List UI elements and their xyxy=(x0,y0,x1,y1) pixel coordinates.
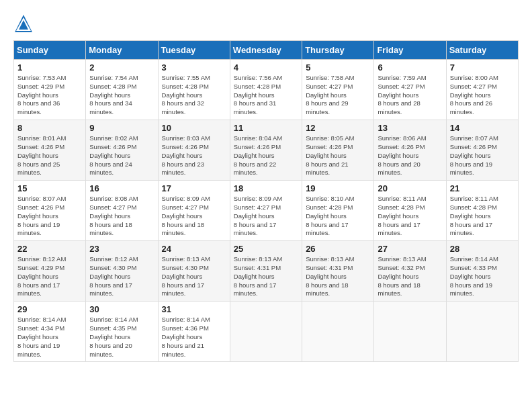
day-content: Sunrise: 8:06 AMSunset: 4:26 PMDaylight … xyxy=(378,134,442,177)
calendar-week-row: 15Sunrise: 8:07 AMSunset: 4:26 PMDayligh… xyxy=(14,181,519,241)
day-content: Sunrise: 8:07 AMSunset: 4:26 PMDaylight … xyxy=(450,134,515,177)
calendar-day-cell: 29Sunrise: 8:14 AMSunset: 4:34 PMDayligh… xyxy=(14,302,86,362)
day-number: 21 xyxy=(450,183,515,193)
calendar-week-row: 22Sunrise: 8:12 AMSunset: 4:29 PMDayligh… xyxy=(14,241,519,302)
calendar-header-cell: Sunday xyxy=(14,41,86,60)
day-number: 23 xyxy=(89,244,154,254)
calendar-day-cell: 16Sunrise: 8:08 AMSunset: 4:27 PMDayligh… xyxy=(86,181,158,241)
calendar-week-row: 1Sunrise: 7:53 AMSunset: 4:29 PMDaylight… xyxy=(14,60,519,120)
calendar-day-cell xyxy=(302,302,374,362)
calendar-day-cell: 18Sunrise: 8:09 AMSunset: 4:27 PMDayligh… xyxy=(230,181,302,241)
calendar-day-cell: 2Sunrise: 7:54 AMSunset: 4:28 PMDaylight… xyxy=(86,60,158,120)
calendar-header-cell: Wednesday xyxy=(230,41,302,60)
day-content: Sunrise: 7:54 AMSunset: 4:28 PMDaylight … xyxy=(89,74,154,117)
calendar-day-cell: 9Sunrise: 8:02 AMSunset: 4:26 PMDaylight… xyxy=(86,120,158,181)
day-number: 13 xyxy=(378,123,442,133)
day-content: Sunrise: 8:14 AMSunset: 4:35 PMDaylight … xyxy=(89,316,154,359)
day-number: 2 xyxy=(89,62,154,73)
day-number: 22 xyxy=(17,244,82,254)
calendar-day-cell: 31Sunrise: 8:14 AMSunset: 4:36 PMDayligh… xyxy=(158,302,230,362)
calendar-day-cell: 24Sunrise: 8:13 AMSunset: 4:30 PMDayligh… xyxy=(158,241,230,302)
calendar-body: 1Sunrise: 7:53 AMSunset: 4:29 PMDaylight… xyxy=(14,60,519,362)
calendar-header-cell: Monday xyxy=(86,41,158,60)
day-number: 25 xyxy=(234,244,298,254)
day-content: Sunrise: 8:03 AMSunset: 4:26 PMDaylight … xyxy=(162,134,226,177)
day-number: 12 xyxy=(306,123,370,133)
day-content: Sunrise: 8:09 AMSunset: 4:27 PMDaylight … xyxy=(162,195,226,238)
day-content: Sunrise: 8:13 AMSunset: 4:30 PMDaylight … xyxy=(162,255,226,298)
calendar-day-cell: 20Sunrise: 8:11 AMSunset: 4:28 PMDayligh… xyxy=(374,181,446,241)
day-number: 5 xyxy=(306,62,370,73)
calendar-day-cell: 5Sunrise: 7:58 AMSunset: 4:27 PMDaylight… xyxy=(302,60,374,120)
calendar-day-cell: 15Sunrise: 8:07 AMSunset: 4:26 PMDayligh… xyxy=(14,181,86,241)
calendar-header-row: SundayMondayTuesdayWednesdayThursdayFrid… xyxy=(14,41,519,60)
calendar-day-cell xyxy=(446,302,518,362)
calendar-day-cell: 23Sunrise: 8:12 AMSunset: 4:30 PMDayligh… xyxy=(86,241,158,302)
day-content: Sunrise: 8:04 AMSunset: 4:26 PMDaylight … xyxy=(234,134,298,177)
page-header xyxy=(13,13,519,34)
calendar-day-cell: 13Sunrise: 8:06 AMSunset: 4:26 PMDayligh… xyxy=(374,120,446,181)
day-number: 16 xyxy=(89,183,154,193)
day-content: Sunrise: 8:08 AMSunset: 4:27 PMDaylight … xyxy=(89,195,154,238)
day-number: 31 xyxy=(162,304,226,314)
day-content: Sunrise: 8:14 AMSunset: 4:33 PMDaylight … xyxy=(450,255,515,298)
day-content: Sunrise: 8:10 AMSunset: 4:28 PMDaylight … xyxy=(306,195,370,238)
calendar-day-cell: 10Sunrise: 8:03 AMSunset: 4:26 PMDayligh… xyxy=(158,120,230,181)
day-number: 10 xyxy=(162,123,226,133)
calendar-day-cell: 11Sunrise: 8:04 AMSunset: 4:26 PMDayligh… xyxy=(230,120,302,181)
calendar-day-cell: 6Sunrise: 7:59 AMSunset: 4:27 PMDaylight… xyxy=(374,60,446,120)
day-number: 4 xyxy=(234,62,298,73)
day-content: Sunrise: 8:13 AMSunset: 4:31 PMDaylight … xyxy=(306,255,370,298)
day-content: Sunrise: 8:11 AMSunset: 4:28 PMDaylight … xyxy=(378,195,442,238)
logo xyxy=(13,13,36,34)
day-number: 30 xyxy=(89,304,154,314)
logo-icon xyxy=(13,13,34,34)
day-number: 18 xyxy=(234,183,298,193)
day-number: 15 xyxy=(17,183,82,193)
calendar-day-cell: 7Sunrise: 8:00 AMSunset: 4:27 PMDaylight… xyxy=(446,60,518,120)
day-number: 24 xyxy=(162,244,226,254)
calendar-day-cell xyxy=(230,302,302,362)
day-number: 27 xyxy=(378,244,442,254)
calendar-week-row: 29Sunrise: 8:14 AMSunset: 4:34 PMDayligh… xyxy=(14,302,519,362)
day-number: 1 xyxy=(17,62,82,73)
calendar-day-cell: 4Sunrise: 7:56 AMSunset: 4:28 PMDaylight… xyxy=(230,60,302,120)
day-number: 20 xyxy=(378,183,442,193)
calendar-week-row: 8Sunrise: 8:01 AMSunset: 4:26 PMDaylight… xyxy=(14,120,519,181)
day-number: 19 xyxy=(306,183,370,193)
day-content: Sunrise: 8:00 AMSunset: 4:27 PMDaylight … xyxy=(450,74,515,117)
calendar-day-cell: 12Sunrise: 8:05 AMSunset: 4:26 PMDayligh… xyxy=(302,120,374,181)
calendar-day-cell: 1Sunrise: 7:53 AMSunset: 4:29 PMDaylight… xyxy=(14,60,86,120)
calendar-header-cell: Tuesday xyxy=(158,41,230,60)
day-number: 11 xyxy=(234,123,298,133)
calendar-table: SundayMondayTuesdayWednesdayThursdayFrid… xyxy=(13,40,519,362)
day-content: Sunrise: 8:01 AMSunset: 4:26 PMDaylight … xyxy=(17,134,82,177)
day-content: Sunrise: 8:13 AMSunset: 4:32 PMDaylight … xyxy=(378,255,442,298)
day-content: Sunrise: 7:55 AMSunset: 4:28 PMDaylight … xyxy=(162,74,226,117)
calendar-day-cell: 17Sunrise: 8:09 AMSunset: 4:27 PMDayligh… xyxy=(158,181,230,241)
day-content: Sunrise: 7:59 AMSunset: 4:27 PMDaylight … xyxy=(378,74,442,117)
calendar-day-cell: 21Sunrise: 8:11 AMSunset: 4:28 PMDayligh… xyxy=(446,181,518,241)
day-number: 28 xyxy=(450,244,515,254)
calendar-day-cell: 22Sunrise: 8:12 AMSunset: 4:29 PMDayligh… xyxy=(14,241,86,302)
day-content: Sunrise: 8:13 AMSunset: 4:31 PMDaylight … xyxy=(234,255,298,298)
day-number: 14 xyxy=(450,123,515,133)
calendar-day-cell: 25Sunrise: 8:13 AMSunset: 4:31 PMDayligh… xyxy=(230,241,302,302)
calendar-day-cell: 8Sunrise: 8:01 AMSunset: 4:26 PMDaylight… xyxy=(14,120,86,181)
day-number: 3 xyxy=(162,62,226,73)
day-content: Sunrise: 7:53 AMSunset: 4:29 PMDaylight … xyxy=(17,74,82,117)
day-content: Sunrise: 8:14 AMSunset: 4:34 PMDaylight … xyxy=(17,316,82,359)
calendar-day-cell: 14Sunrise: 8:07 AMSunset: 4:26 PMDayligh… xyxy=(446,120,518,181)
day-number: 26 xyxy=(306,244,370,254)
calendar-day-cell: 26Sunrise: 8:13 AMSunset: 4:31 PMDayligh… xyxy=(302,241,374,302)
day-number: 8 xyxy=(17,123,82,133)
calendar-header-cell: Thursday xyxy=(302,41,374,60)
calendar-day-cell: 19Sunrise: 8:10 AMSunset: 4:28 PMDayligh… xyxy=(302,181,374,241)
day-number: 29 xyxy=(17,304,82,314)
calendar-header-cell: Saturday xyxy=(446,41,518,60)
day-content: Sunrise: 8:14 AMSunset: 4:36 PMDaylight … xyxy=(162,316,226,359)
day-content: Sunrise: 8:12 AMSunset: 4:30 PMDaylight … xyxy=(89,255,154,298)
day-content: Sunrise: 8:05 AMSunset: 4:26 PMDaylight … xyxy=(306,134,370,177)
calendar-day-cell xyxy=(374,302,446,362)
calendar-day-cell: 28Sunrise: 8:14 AMSunset: 4:33 PMDayligh… xyxy=(446,241,518,302)
